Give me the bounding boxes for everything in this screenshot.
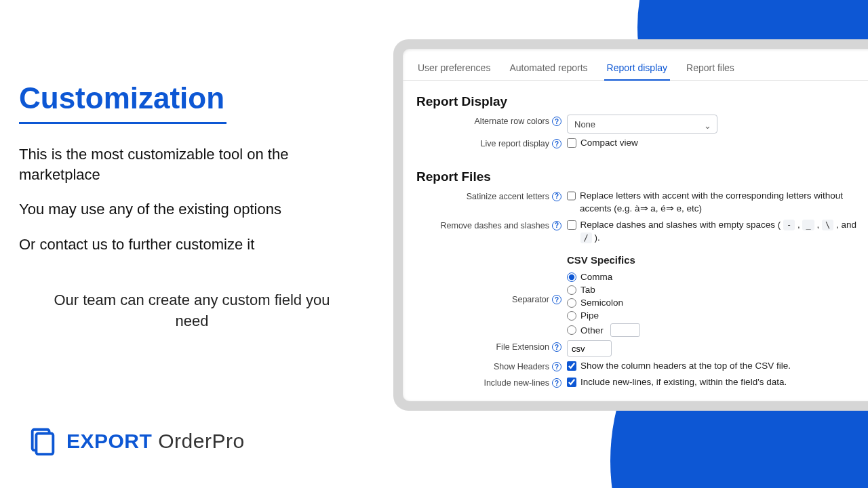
- live-report-display-label: Live report display: [481, 139, 549, 148]
- remove-dashes-checkbox[interactable]: Replace dashes and slashes with empty sp…: [567, 219, 868, 245]
- sanitize-accent-label: Satinize accent letters: [467, 192, 549, 201]
- marketing-copy: Customization This is the most customiza…: [19, 81, 365, 346]
- tab-bar: User preferences Automated reports Repor…: [403, 56, 868, 81]
- brand-bold: EXPORT: [66, 430, 152, 452]
- separator-option-pipe[interactable]: Pipe: [567, 310, 868, 321]
- remove-dashes-label: Remove dashes and slashes: [440, 221, 549, 230]
- svg-rect-1: [36, 434, 53, 455]
- alternate-row-colors-value: None: [574, 119, 595, 129]
- help-icon[interactable]: ?: [552, 192, 561, 201]
- alternate-row-colors-select[interactable]: None ⌄: [567, 115, 717, 134]
- marketing-center: Our team can create any custom field you…: [19, 270, 365, 332]
- report-display-heading: Report Display: [416, 94, 868, 109]
- device-frame: User preferences Automated reports Repor…: [393, 39, 868, 411]
- separator-option-tab[interactable]: Tab: [567, 285, 868, 295]
- app-screen: User preferences Automated reports Repor…: [403, 49, 868, 401]
- sanitize-accent-checkbox[interactable]: Replace letters with accent with the cor…: [567, 190, 868, 216]
- separator-option-comma[interactable]: Comma: [567, 272, 868, 282]
- marketing-line-1: This is the most customizable tool on th…: [19, 144, 365, 184]
- help-icon[interactable]: ?: [552, 342, 561, 352]
- separator-option-other[interactable]: Other: [567, 323, 868, 337]
- show-headers-label: Show Headers: [494, 362, 549, 371]
- alternate-row-colors-label: Alternate row colors: [475, 117, 549, 126]
- brand-light: OrderPro: [158, 430, 244, 452]
- tab-automated-reports[interactable]: Automated reports: [507, 58, 590, 80]
- brand: EXPORT OrderPro: [27, 426, 245, 457]
- chevron-down-icon: ⌄: [704, 121, 711, 131]
- tab-report-files[interactable]: Report files: [684, 58, 737, 80]
- help-icon[interactable]: ?: [552, 362, 561, 371]
- csv-specifics-heading: CSV Specifics: [567, 254, 868, 266]
- show-headers-text: Show the column headers at the top of th…: [580, 360, 791, 373]
- compact-view-label: Compact view: [580, 137, 638, 150]
- separator-radio-group: Comma Tab Semicolon Pipe Other: [567, 272, 868, 337]
- compact-view-checkbox[interactable]: Compact view: [567, 137, 868, 150]
- include-newlines-text: Include new-lines, if existing, within t…: [580, 376, 787, 389]
- help-icon[interactable]: ?: [552, 221, 561, 230]
- headline-underline: [19, 122, 226, 124]
- tab-report-display[interactable]: Report display: [604, 58, 671, 80]
- marketing-line-2: You may use any of the existing options: [19, 199, 365, 220]
- help-icon[interactable]: ?: [552, 139, 561, 148]
- file-extension-label: File Extension: [496, 342, 549, 352]
- help-icon[interactable]: ?: [552, 378, 561, 388]
- separator-other-input[interactable]: [610, 323, 640, 337]
- separator-option-semicolon[interactable]: Semicolon: [567, 298, 868, 308]
- sanitize-accent-text: Replace letters with accent with the cor…: [580, 190, 868, 216]
- brand-logo-icon: [27, 426, 58, 457]
- help-icon[interactable]: ?: [552, 117, 561, 126]
- section-report-display: Report Display Alternate row colors ? No…: [403, 81, 868, 156]
- file-extension-input[interactable]: [567, 340, 612, 357]
- help-icon[interactable]: ?: [552, 295, 561, 304]
- headline: Customization: [19, 81, 365, 115]
- show-headers-checkbox[interactable]: Show the column headers at the top of th…: [567, 360, 868, 373]
- include-newlines-checkbox[interactable]: Include new-lines, if existing, within t…: [567, 376, 868, 389]
- tab-user-preferences[interactable]: User preferences: [415, 58, 493, 80]
- remove-dashes-text: Replace dashes and slashes with empty sp…: [580, 219, 869, 245]
- include-newlines-label: Include new-lines: [484, 378, 549, 388]
- marketing-line-3: Or contact us to further customize it: [19, 235, 365, 255]
- report-files-heading: Report Files: [416, 169, 868, 184]
- separator-label: Separator: [512, 295, 549, 304]
- section-report-files: Report Files Satinize accent letters ? R…: [403, 156, 868, 395]
